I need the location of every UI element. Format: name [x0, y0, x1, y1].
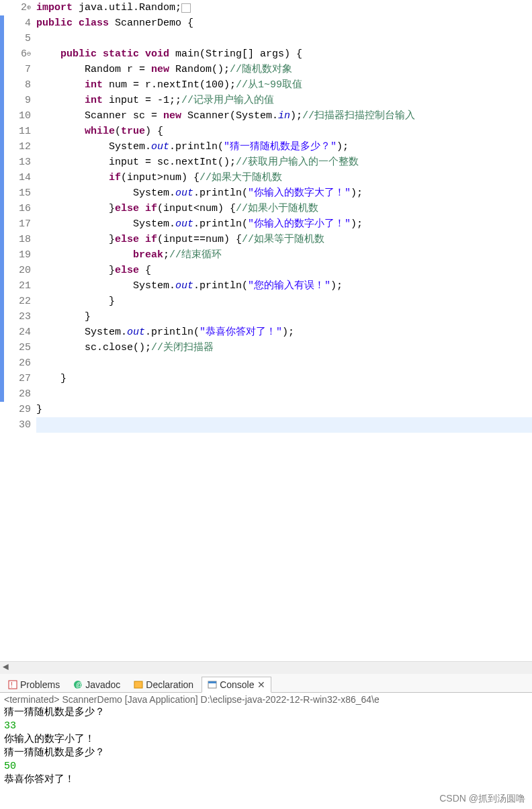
console-line: 猜一猜随机数是多少？ [4, 706, 528, 720]
console-line: 恭喜你答对了！ [4, 773, 528, 787]
tab-problems[interactable]: ! Problems [3, 677, 65, 692]
tab-label: Javadoc [85, 679, 120, 690]
horizontal-scrollbar[interactable]: ◄ [0, 661, 532, 674]
declaration-icon [134, 680, 143, 689]
tab-label: Declaration [146, 679, 193, 690]
tab-label: Console [220, 679, 254, 690]
svg-rect-4 [134, 681, 142, 688]
tab-console[interactable]: Console ✕ [202, 677, 271, 693]
javadoc-icon: @ [73, 680, 83, 689]
close-icon[interactable]: ✕ [257, 679, 265, 690]
console-line: 猜一猜随机数是多少？ [4, 747, 528, 760]
svg-text:!: ! [11, 681, 13, 689]
console-output[interactable]: 猜一猜随机数是多少？ 33 你输入的数字小了！ 猜一猜随机数是多少？ 50 恭喜… [0, 706, 532, 791]
problems-icon: ! [8, 680, 17, 689]
line-number-gutter[interactable]: 2⊕ 4 5 6⊖ 7 8 9 10 11 12 13 14 15 16 17 … [4, 0, 34, 661]
svg-text:@: @ [76, 681, 83, 689]
code-editor[interactable]: 2⊕ 4 5 6⊖ 7 8 9 10 11 12 13 14 15 16 17 … [0, 0, 532, 661]
console-process-label: <terminated> ScannerDemo [Java Applicati… [0, 693, 532, 706]
console-icon [208, 680, 217, 689]
scroll-left-icon[interactable]: ◄ [0, 662, 11, 673]
svg-rect-0 [9, 681, 17, 689]
console-line: 50 [4, 760, 528, 773]
tab-javadoc[interactable]: @ Javadoc [68, 677, 126, 692]
code-area[interactable]: import java.util.Random; public class Sc… [34, 0, 532, 661]
svg-rect-6 [208, 681, 216, 683]
bottom-tab-bar: ! Problems @ Javadoc Declaration Console… [0, 674, 532, 693]
tab-label: Problems [20, 679, 60, 690]
console-line: 33 [4, 720, 528, 733]
console-line: 你输入的数字小了！ [4, 733, 528, 747]
tab-declaration[interactable]: Declaration [128, 677, 199, 692]
